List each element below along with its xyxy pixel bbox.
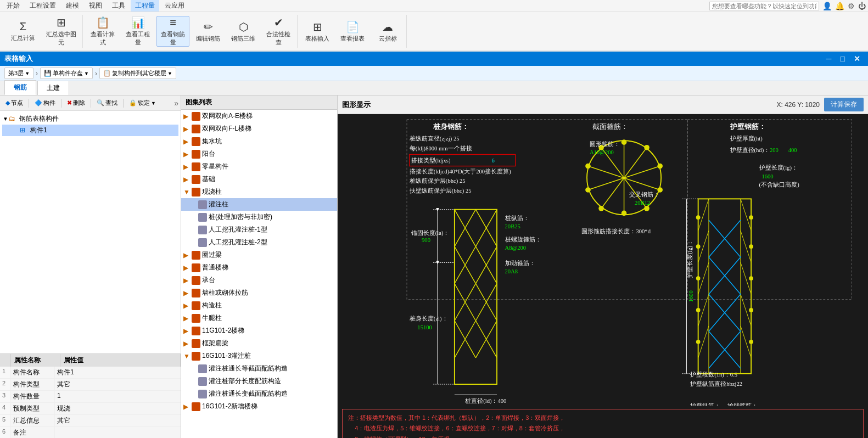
coll-item-17[interactable]: ▶ 11G101-2楼梯	[181, 324, 337, 337]
prop-num-4: 4	[0, 403, 11, 414]
sum-select-button[interactable]: ⊞ 汇总选中图元	[42, 16, 80, 47]
menu-start[interactable]: 开始	[2, 0, 24, 12]
expand-btn[interactable]: »	[174, 99, 178, 108]
coll-label-19: 16G101-3灌注桩	[202, 351, 251, 361]
power-icon[interactable]: ⏻	[858, 2, 866, 10]
component-label: 构件	[43, 99, 55, 107]
bell-icon[interactable]: 🔔	[835, 2, 844, 10]
coll-color-0	[192, 112, 200, 121]
view-project-button[interactable]: 📊 查看工程量	[121, 16, 154, 47]
find-button[interactable]: 🔍 查找	[93, 97, 121, 109]
sum-calc-button[interactable]: Σ 汇总计算	[7, 16, 40, 47]
prop-row-1[interactable]: 1 构件名称 构件1	[0, 367, 181, 379]
menu-tools[interactable]: 工具	[108, 0, 130, 12]
coll-color-16	[192, 314, 200, 323]
coll-color-3	[192, 150, 200, 159]
coll-item-14[interactable]: ▶ 墙柱或砌体拉筋	[181, 287, 337, 299]
svg-point-49	[657, 164, 663, 169]
view-calc-button[interactable]: 📋 查看计算式	[86, 16, 119, 47]
coll-item-4[interactable]: ▶ 零星构件	[181, 160, 337, 173]
coll-item-15[interactable]: ▶ 构造柱	[181, 299, 337, 312]
svg-text:护壁长度(lg)：: 护壁长度(lg)：	[759, 164, 798, 171]
coll-item-3[interactable]: ▶ 阳台	[181, 148, 337, 160]
coll-item-9[interactable]: 人工挖孔灌注桩-1型	[181, 223, 337, 236]
user-icon[interactable]: 👤	[822, 2, 832, 10]
edit-rebar-label: 编辑钢筋	[196, 35, 220, 43]
coll-item-11[interactable]: ▶ 圈过梁	[181, 249, 337, 261]
coll-label-10: 人工挖孔灌注桩-2型	[209, 238, 267, 247]
menu-cloud[interactable]: 云应用	[160, 0, 189, 12]
prop-row-2[interactable]: 2 构件类型 其它	[0, 379, 181, 391]
table-input-icon: ⊞	[313, 20, 322, 33]
table-input-button[interactable]: ⊞ 表格输入	[301, 16, 334, 47]
menu-quantity[interactable]: 工程量	[131, 0, 159, 12]
tab-civil[interactable]: 土建	[37, 81, 69, 95]
tree-component1[interactable]: ⊞ 构件1	[2, 125, 178, 136]
coll-item-12[interactable]: ▶ 普通楼梯	[181, 261, 337, 274]
coll-item-13[interactable]: ▶ 承台	[181, 274, 337, 287]
tab-rebar[interactable]: 钢筋	[4, 80, 36, 95]
svg-text:护壁纵筋直径hbzj22: 护壁纵筋直径hbzj22	[690, 380, 742, 387]
coll-item-21[interactable]: 灌注桩部分长度配筋构造	[181, 375, 337, 388]
menu-view[interactable]: 视图	[85, 0, 107, 12]
lock-button[interactable]: 🔒 锁定 ▼	[126, 97, 159, 109]
coll-item-19[interactable]: ▼ 16G101-3灌注桩	[181, 350, 337, 362]
floor-chevron: ▼	[25, 71, 30, 76]
coll-color-14	[192, 289, 200, 297]
view-report-button[interactable]: 📄 查看报表	[336, 16, 369, 47]
prop-val-3: 1	[55, 391, 181, 402]
coll-item-2[interactable]: ▶ 集水坑	[181, 135, 337, 148]
coll-icon-1: ▶	[183, 125, 190, 133]
prop-row-3[interactable]: 3 构件数量 1	[0, 391, 181, 403]
node-button[interactable]: ◆ 节点	[2, 97, 26, 109]
svg-text:加劲箍筋：: 加劲箍筋：	[505, 260, 535, 266]
coll-item-10[interactable]: 人工挖孔灌注桩-2型	[181, 236, 337, 249]
coll-item-7[interactable]: 灌注柱	[181, 198, 337, 211]
window-minimize[interactable]: ─	[823, 54, 835, 63]
floor-label: 第3层	[8, 69, 24, 77]
floor-selector[interactable]: 第3层 ▼	[4, 68, 33, 79]
root-toggle[interactable]: ▼	[2, 116, 9, 122]
coll-item-22[interactable]: 灌注桩通长变截面配筋构造	[181, 388, 337, 400]
save-component-btn[interactable]: 💾 单构件存盘 ▼	[40, 68, 93, 79]
settings-icon[interactable]: ⚙	[848, 2, 855, 10]
calc-save-button[interactable]: 计算保存	[824, 98, 864, 111]
prop-val-2: 其它	[55, 379, 181, 390]
prop-row-4[interactable]: 4 预制类型 现浇	[0, 403, 181, 415]
window-close[interactable]: ✕	[850, 54, 864, 63]
global-search-input[interactable]	[709, 2, 819, 10]
coll-item-1[interactable]: ▶ 双网双向F-L楼梯	[181, 122, 337, 135]
toolbar-divider1	[29, 99, 29, 108]
coll-item-16[interactable]: ▶ 牛腿柱	[181, 312, 337, 324]
coll-item-23[interactable]: ▶ 16G101-2新增楼梯	[181, 400, 337, 413]
coll-icon-4: ▶	[183, 163, 190, 171]
edit-rebar-button[interactable]: ✏ 编辑钢筋	[192, 16, 225, 47]
prop-num-2: 2	[0, 379, 11, 390]
window-maximize[interactable]: □	[837, 54, 848, 63]
menu-project-settings[interactable]: 工程设置	[25, 0, 60, 12]
view-rebar-button[interactable]: ≡ 查看钢筋量	[156, 16, 189, 47]
component-button[interactable]: 🔷 构件	[31, 97, 59, 109]
tree-root[interactable]: ▼ 🗂 钢筋表格构件	[2, 113, 178, 125]
check-button[interactable]: ✔ 合法性检查	[262, 16, 295, 47]
copy-component-btn[interactable]: 📋 复制构件到其它楼层 ▼	[99, 68, 176, 79]
cloud-button[interactable]: ☁ 云指标	[371, 16, 404, 47]
coll-item-8[interactable]: 桩(处理加密与非加密)	[181, 211, 337, 223]
coll-item-5[interactable]: ▶ 基础	[181, 173, 337, 186]
prop-row-6[interactable]: 6 备注	[0, 427, 181, 438]
coll-label-20: 灌注桩通长等截面配筋构造	[209, 364, 288, 373]
coll-item-20[interactable]: 灌注桩通长等截面配筋构造	[181, 362, 337, 375]
collection-panel: 图集列表 ▶ 双网双向A-E楼梯 ▶ 双网双向F-L楼梯 ▶ 集水坑 ▶ 阳	[181, 96, 338, 438]
delete-button[interactable]: ✖ 删除	[64, 97, 88, 109]
collection-header: 图集列表	[181, 96, 337, 110]
menu-model[interactable]: 建模	[61, 0, 83, 12]
coll-color-13	[192, 276, 200, 285]
toolbar-divider4	[123, 99, 124, 108]
rebar-3d-button[interactable]: ⬡ 钢筋三维	[227, 16, 260, 47]
prop-row-5[interactable]: 5 汇总信息 其它	[0, 415, 181, 427]
coll-item-6[interactable]: ▼ 现浇柱	[181, 186, 337, 198]
svg-text:交叉钢筋：: 交叉钢筋：	[629, 191, 659, 198]
coll-item-18[interactable]: ▶ 框架扁梁	[181, 337, 337, 350]
coll-icon-19: ▼	[183, 352, 190, 360]
coll-item-0[interactable]: ▶ 双网双向A-E楼梯	[181, 110, 337, 122]
